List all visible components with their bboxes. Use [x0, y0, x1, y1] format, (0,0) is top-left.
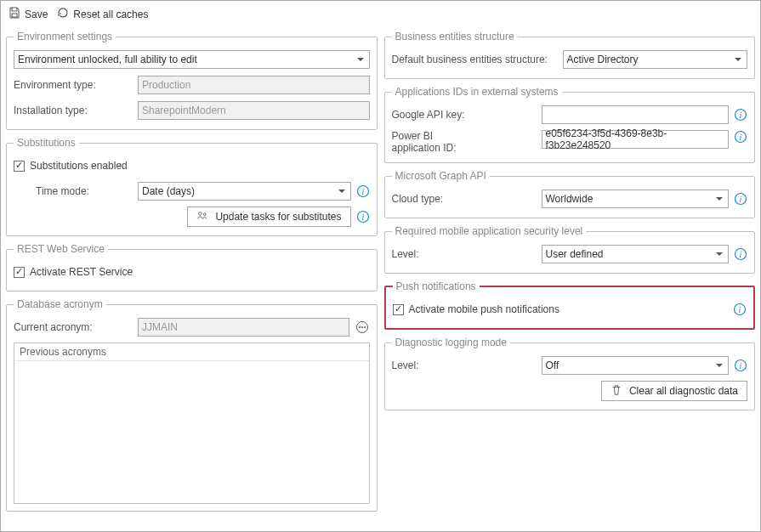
activate-push-checkbox[interactable] [393, 304, 404, 315]
substitutions-enabled-label: Substitutions enabled [30, 160, 128, 172]
info-icon[interactable]: i [734, 359, 747, 372]
svg-point-4 [204, 212, 207, 215]
svg-text:i: i [740, 133, 742, 142]
push-notifications-group: Push notifications Activate mobile push … [384, 280, 756, 330]
powerbi-label: Power BI application ID: [392, 130, 537, 154]
refresh-icon [56, 6, 70, 22]
save-label: Save [25, 8, 48, 20]
substitutions-enabled-checkbox[interactable] [14, 161, 25, 172]
svg-point-8 [359, 326, 361, 328]
installation-type-label: Installation type: [14, 105, 133, 116]
environment-type-field: Production [138, 76, 370, 94]
clear-diagnostic-button[interactable]: Clear all diagnostic data [601, 381, 747, 401]
toolbar: Save Reset all caches [6, 4, 755, 27]
activate-rest-label: Activate REST Service [30, 266, 133, 278]
environment-type-label: Environment type: [14, 79, 133, 91]
svg-point-10 [364, 326, 366, 328]
environment-lock-dropdown[interactable]: Environment unlocked, full ability to ed… [14, 50, 370, 69]
mobile-security-group: Required mobile application security lev… [384, 225, 756, 274]
bes-legend: Business entities structure [392, 31, 518, 42]
reset-caches-button[interactable]: Reset all caches [56, 6, 148, 22]
people-icon [196, 210, 208, 224]
substitutions-legend: Substitutions [14, 137, 79, 149]
svg-text:i: i [361, 212, 364, 222]
reset-label: Reset all caches [73, 8, 148, 20]
info-icon[interactable]: i [356, 184, 370, 198]
bes-default-dropdown[interactable]: Active Directory [563, 50, 748, 69]
environment-settings-legend: Environment settings [14, 31, 116, 42]
microsoft-graph-group: Microsoft Graph API Cloud type: Worldwid… [384, 170, 756, 218]
applications-ids-group: Applications IDs in external systems Goo… [384, 86, 756, 163]
trash-icon [611, 384, 622, 399]
google-api-label: Google API key: [392, 109, 537, 121]
google-api-key-field[interactable] [542, 105, 730, 124]
time-mode-label: Time mode: [14, 185, 133, 197]
info-icon[interactable]: i [356, 210, 370, 224]
installation-type-field: SharepointModern [138, 101, 370, 120]
mobile-sec-level-dropdown[interactable]: User defined [542, 245, 730, 263]
svg-text:i: i [739, 305, 741, 314]
mobile-sec-level-label: Level: [392, 248, 537, 260]
previous-acronyms-list[interactable]: Previous acronyms [14, 342, 370, 504]
diag-legend: Diagnostic logging mode [392, 337, 510, 348]
time-mode-dropdown[interactable]: Date (days) [138, 182, 351, 201]
info-icon[interactable]: i [733, 303, 747, 316]
bes-default-label: Default business entities structure: [392, 54, 558, 65]
save-button[interactable]: Save [8, 6, 48, 22]
rest-web-service-group: REST Web Service Activate REST Service [6, 243, 378, 291]
current-acronym-label: Current acronym: [14, 321, 133, 333]
activate-push-label: Activate mobile push notifications [409, 303, 559, 315]
save-icon [8, 6, 21, 22]
graph-legend: Microsoft Graph API [392, 170, 490, 182]
diag-level-label: Level: [392, 359, 537, 371]
diagnostic-logging-group: Diagnostic logging mode Level: Off i [384, 337, 756, 410]
info-icon[interactable]: i [734, 192, 747, 206]
rest-legend: REST Web Service [14, 243, 108, 255]
current-acronym-field: JJMAIN [138, 318, 349, 337]
db-legend: Database acronym [14, 298, 106, 310]
mobile-sec-legend: Required mobile application security lev… [392, 225, 587, 237]
activate-rest-checkbox[interactable] [14, 267, 25, 278]
left-column: Environment settings Environment unlocke… [6, 27, 378, 518]
business-entities-group: Business entities structure Default busi… [384, 31, 756, 79]
environment-settings-group: Environment settings Environment unlocke… [6, 31, 378, 130]
previous-acronyms-header: Previous acronyms [14, 343, 369, 361]
svg-text:i: i [740, 110, 742, 120]
info-icon[interactable]: i [734, 247, 747, 261]
database-acronym-group: Database acronym Current acronym: JJMAIN… [6, 298, 378, 512]
push-legend: Push notifications [393, 280, 480, 292]
right-column: Business entities structure Default busi… [384, 27, 756, 518]
svg-text:i: i [740, 250, 742, 259]
diag-level-dropdown[interactable]: Off [542, 356, 730, 375]
svg-text:i: i [740, 361, 742, 371]
info-icon[interactable]: i [734, 130, 747, 144]
info-icon[interactable]: i [734, 108, 747, 122]
current-acronym-more-button[interactable] [355, 320, 370, 335]
svg-text:i: i [740, 195, 742, 204]
app-panel: Save Reset all caches Environment settin… [0, 0, 761, 532]
svg-point-3 [199, 212, 202, 215]
svg-text:i: i [361, 187, 364, 196]
cloud-type-dropdown[interactable]: Worldwide [542, 190, 730, 208]
powerbi-app-id-field[interactable]: e05f6234-3f5d-4369-8e3b-f3b23e248520 [542, 130, 730, 149]
substitutions-group: Substitutions Substitutions enabled Time… [6, 137, 378, 236]
cloud-type-label: Cloud type: [392, 193, 537, 205]
svg-rect-0 [12, 14, 17, 17]
apps-legend: Applications IDs in external systems [392, 86, 562, 98]
update-tasks-button[interactable]: Update tasks for substitutes [187, 207, 350, 227]
svg-point-9 [361, 326, 363, 328]
